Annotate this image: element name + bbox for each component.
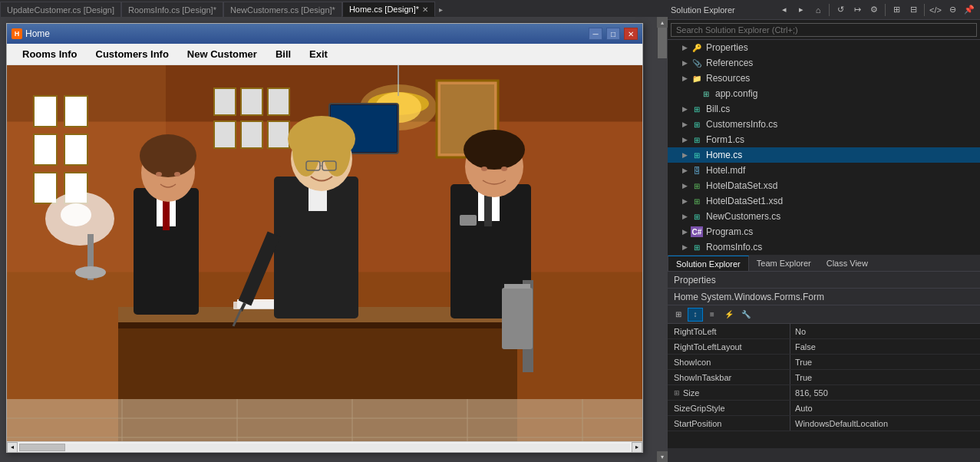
properties-icon: 🔑 bbox=[691, 42, 703, 53]
expand-hotel-dataset-xsd-icon: ▶ bbox=[680, 181, 689, 190]
menu-customers-info[interactable]: Customers Info bbox=[87, 45, 178, 63]
designer-area: H Home ─ □ ✕ Rooms Info Customers Info bbox=[0, 17, 657, 462]
hotel-image bbox=[7, 65, 642, 441]
h-scroll-right-button[interactable]: ▸ bbox=[632, 442, 642, 453]
tab-home-close-icon[interactable]: ✕ bbox=[422, 5, 428, 14]
se-refresh-button[interactable]: ↺ bbox=[833, 2, 848, 18]
tab-rooms-info[interactable]: RoomsInfo.cs [Design]* bbox=[121, 2, 223, 17]
customers-info-cs-icon: ⊞ bbox=[691, 119, 703, 130]
props-name-righttoleftlayout: RightToLeftLayout bbox=[668, 339, 790, 354]
h-scroll-left-button[interactable]: ◂ bbox=[7, 442, 18, 453]
resources-icon: 📁 bbox=[691, 73, 703, 84]
props-value-righttoleft[interactable]: No bbox=[790, 324, 980, 338]
props-events-button[interactable]: ⚡ bbox=[721, 308, 737, 322]
v-scroll-thumb[interactable] bbox=[658, 28, 667, 58]
tree-label-home-cs: Home.cs bbox=[706, 150, 742, 160]
tree-item-resources[interactable]: ▶ 📁 Resources bbox=[668, 71, 980, 86]
tree-item-hotel-dataset-xsd[interactable]: ▶ ⊞ HotelDataSet.xsd bbox=[668, 178, 980, 193]
tree-label-rooms-info-cs: RoomsInfo.cs bbox=[706, 242, 762, 252]
svg-rect-8 bbox=[64, 134, 87, 165]
se-tab-team-explorer[interactable]: Team Explorer bbox=[749, 256, 819, 271]
props-value-showintaskbar[interactable]: True bbox=[790, 370, 980, 384]
v-scroll-down-button[interactable]: ▾ bbox=[657, 451, 668, 462]
app-config-icon: ⊞ bbox=[700, 88, 712, 99]
props-value-sizegripstyle[interactable]: Auto bbox=[790, 401, 980, 415]
tree-label-hotel-dataset-xsd: HotelDataSet.xsd bbox=[706, 180, 777, 191]
v-scroll-up-button[interactable]: ▴ bbox=[657, 17, 668, 28]
bill-cs-icon: ⊞ bbox=[691, 104, 703, 114]
tree-item-hotel-dataset1-xsd[interactable]: ▶ ⊞ HotelDataSet1.xsd bbox=[668, 193, 980, 209]
tree-item-rooms-info-cs[interactable]: ▶ ⊞ RoomsInfo.cs bbox=[668, 239, 980, 255]
menu-new-customer[interactable]: New Customer bbox=[178, 45, 266, 63]
svg-point-41 bbox=[174, 172, 180, 177]
svg-point-39 bbox=[140, 134, 196, 177]
menu-bill[interactable]: Bill bbox=[266, 45, 300, 63]
se-expand-button[interactable]: ⊟ bbox=[906, 2, 921, 18]
tree-item-properties[interactable]: ▶ 🔑 Properties bbox=[668, 40, 980, 55]
tree-item-new-customers-cs[interactable]: ▶ ⊞ NewCustomers.cs bbox=[668, 209, 980, 224]
props-categorized-button[interactable]: ⊞ bbox=[671, 308, 686, 322]
se-forward-button[interactable]: ▸ bbox=[794, 2, 809, 18]
props-value-size[interactable]: 816, 550 bbox=[790, 385, 980, 400]
tree-item-home-cs[interactable]: ▶ ⊞ Home.cs bbox=[668, 147, 980, 163]
tree-item-references[interactable]: ▶ 📎 References bbox=[668, 55, 980, 71]
svg-rect-32 bbox=[118, 322, 517, 328]
v-scroll-track[interactable] bbox=[657, 28, 668, 451]
tab-new-customers[interactable]: NewCustomers.cs [Design]* bbox=[223, 2, 342, 17]
home-cs-icon: ⊞ bbox=[691, 150, 703, 160]
props-value-startposition[interactable]: WindowsDefaultLocation bbox=[790, 416, 980, 431]
props-properties-button[interactable]: ≡ bbox=[704, 308, 720, 322]
se-home-button[interactable]: ⌂ bbox=[810, 2, 826, 18]
expand-properties-icon: ▶ bbox=[680, 43, 689, 52]
se-search-input[interactable] bbox=[671, 23, 977, 37]
menu-exit[interactable]: Exit bbox=[300, 45, 337, 63]
props-name-showintaskbar: ShowInTaskbar bbox=[668, 370, 790, 384]
properties-panel: Properties Home System.Windows.Forms.For… bbox=[668, 272, 980, 448]
tree-label-properties: Properties bbox=[706, 42, 748, 53]
props-value-righttoleftlayout[interactable]: False bbox=[790, 339, 980, 354]
tree-item-form1-cs[interactable]: ▶ ⊞ Form1.cs bbox=[668, 132, 980, 147]
tab-home[interactable]: Home.cs [Design]* ✕ bbox=[342, 2, 435, 17]
tree-item-app-config[interactable]: ▶ ⊞ app.config bbox=[668, 86, 980, 101]
form-maximize-button[interactable]: □ bbox=[606, 28, 620, 40]
h-scroll-track[interactable] bbox=[19, 444, 630, 451]
tab-new-customers-label: NewCustomers.cs [Design]* bbox=[230, 5, 335, 15]
form-title: Home bbox=[25, 28, 585, 39]
svg-point-58 bbox=[464, 130, 525, 170]
props-row-startposition: StartPosition WindowsDefaultLocation bbox=[668, 416, 980, 431]
expand-hotel-mdf-icon: ▶ bbox=[680, 166, 689, 175]
tree-item-hotel-mdf[interactable]: ▶ 🗄 Hotel.mdf bbox=[668, 163, 980, 178]
tree-item-program-cs[interactable]: ▶ C# Program.cs bbox=[668, 224, 980, 239]
svg-rect-19 bbox=[241, 88, 262, 115]
tree-label-form1-cs: Form1.cs bbox=[706, 134, 744, 145]
se-collapse-button[interactable]: ⊖ bbox=[945, 2, 960, 18]
se-settings-button[interactable]: ⚙ bbox=[866, 2, 882, 18]
se-filter-button[interactable]: ⊞ bbox=[889, 2, 904, 18]
tab-scroll-right[interactable]: ▸ bbox=[435, 2, 447, 17]
expand-resources-icon: ▶ bbox=[680, 74, 689, 83]
props-name-startposition: StartPosition bbox=[668, 416, 790, 431]
se-tab-class-view[interactable]: Class View bbox=[819, 256, 876, 271]
h-scroll-thumb[interactable] bbox=[19, 444, 65, 451]
se-tab-solution-explorer[interactable]: Solution Explorer bbox=[668, 256, 749, 271]
hotel-dataset1-xsd-icon: ⊞ bbox=[691, 196, 703, 206]
se-back-button[interactable]: ◂ bbox=[777, 2, 792, 18]
props-property-pages-button[interactable]: 🔧 bbox=[738, 308, 754, 322]
tab-update-customer[interactable]: UpdateCustomer.cs [Design] bbox=[0, 2, 121, 17]
se-pin-button[interactable]: 📌 bbox=[962, 2, 977, 18]
form1-cs-icon: ⊞ bbox=[691, 134, 703, 145]
tree-label-references: References bbox=[706, 58, 753, 68]
props-name-sizegripstyle: SizeGripStyle bbox=[668, 401, 790, 415]
se-stop-button[interactable]: ↦ bbox=[850, 2, 865, 18]
tree-item-bill-cs[interactable]: ▶ ⊞ Bill.cs bbox=[668, 101, 980, 117]
form-minimize-button[interactable]: ─ bbox=[589, 28, 602, 40]
expand-size-icon: ⊞ bbox=[674, 389, 683, 397]
menu-rooms-info[interactable]: Rooms Info bbox=[13, 45, 87, 63]
props-alphabetical-button[interactable]: ↕ bbox=[688, 308, 703, 322]
form-close-button[interactable]: ✕ bbox=[624, 28, 638, 40]
props-value-showicon[interactable]: True bbox=[790, 355, 980, 369]
se-code-button[interactable]: </> bbox=[928, 2, 943, 18]
props-row-righttoleftlayout: RightToLeftLayout False bbox=[668, 339, 980, 355]
tree-item-customers-info-cs[interactable]: ▶ ⊞ CustomersInfo.cs bbox=[668, 117, 980, 132]
svg-rect-21 bbox=[214, 121, 236, 148]
